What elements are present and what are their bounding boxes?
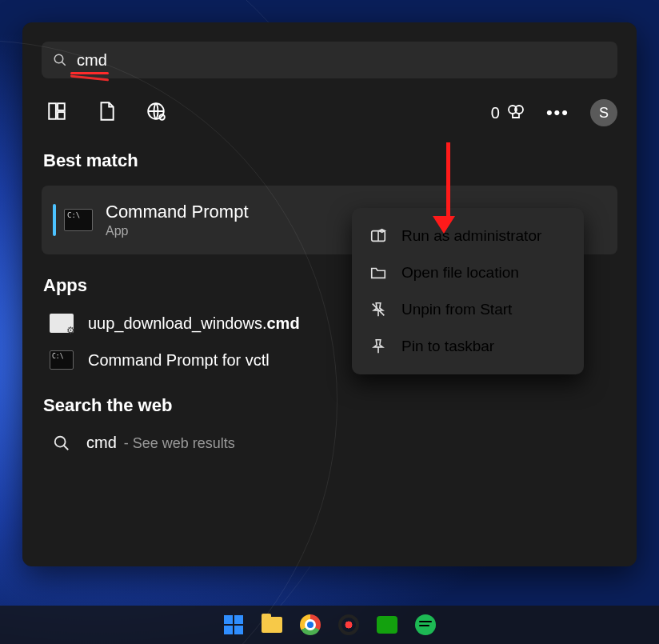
spellcheck-underline: [70, 72, 109, 74]
ctx-open-file-location[interactable]: Open file location: [357, 254, 579, 291]
web-heading: Search the web: [43, 395, 617, 416]
user-avatar[interactable]: S: [590, 99, 617, 126]
ctx-run-as-admin[interactable]: Run as administrator: [357, 218, 579, 254]
svg-point-0: [54, 54, 63, 63]
pin-icon: [369, 338, 387, 355]
svg-rect-3: [58, 103, 65, 110]
rewards-points[interactable]: 0: [491, 103, 525, 122]
apps-filter-icon[interactable]: [46, 101, 67, 125]
best-match-heading: Best match: [43, 150, 617, 171]
start-button[interactable]: [222, 614, 245, 636]
svg-rect-4: [58, 112, 65, 119]
chat-app-button[interactable]: [376, 614, 398, 636]
search-bar[interactable]: [42, 42, 617, 78]
cmd-file-icon: [50, 314, 74, 333]
best-match-title: Command Prompt: [106, 202, 249, 222]
svg-line-1: [62, 62, 66, 66]
svg-point-6: [159, 114, 165, 120]
shield-admin-icon: [369, 227, 387, 245]
ctx-unpin-start[interactable]: Unpin from Start: [357, 291, 579, 328]
svg-rect-2: [49, 103, 56, 119]
command-prompt-icon: [50, 350, 74, 370]
web-result-label: cmd - See web results: [86, 434, 235, 452]
search-input[interactable]: [77, 51, 606, 70]
search-icon: [53, 53, 67, 67]
filter-row: 0 ••• S: [42, 96, 617, 130]
svg-point-5: [148, 103, 164, 119]
file-explorer-button[interactable]: [261, 614, 283, 636]
context-menu: Run as administrator Open file location …: [352, 208, 584, 374]
folder-icon: [369, 264, 387, 282]
taskbar: [0, 606, 659, 644]
unpin-icon: [369, 301, 387, 318]
ctx-pin-taskbar[interactable]: Pin to taskbar: [357, 328, 579, 365]
svg-line-10: [64, 445, 69, 450]
search-icon: [53, 434, 70, 452]
opera-button[interactable]: [337, 614, 360, 636]
web-result[interactable]: cmd - See web results: [53, 434, 617, 452]
chrome-button[interactable]: [299, 614, 322, 636]
annotation-arrow: [441, 142, 455, 234]
app-result-label: uup_download_windows.cmd: [88, 314, 300, 333]
selection-accent: [53, 204, 56, 236]
svg-point-9: [55, 436, 66, 446]
command-prompt-icon: [64, 209, 93, 231]
web-filter-icon[interactable]: [146, 101, 166, 125]
app-result-label: Command Prompt for vctl: [88, 351, 270, 370]
more-button[interactable]: •••: [546, 102, 569, 123]
documents-filter-icon[interactable]: [96, 101, 117, 125]
points-value: 0: [491, 104, 500, 122]
best-match-subtitle: App: [106, 224, 249, 238]
rewards-icon: [506, 103, 525, 122]
spotify-button[interactable]: [414, 614, 437, 636]
